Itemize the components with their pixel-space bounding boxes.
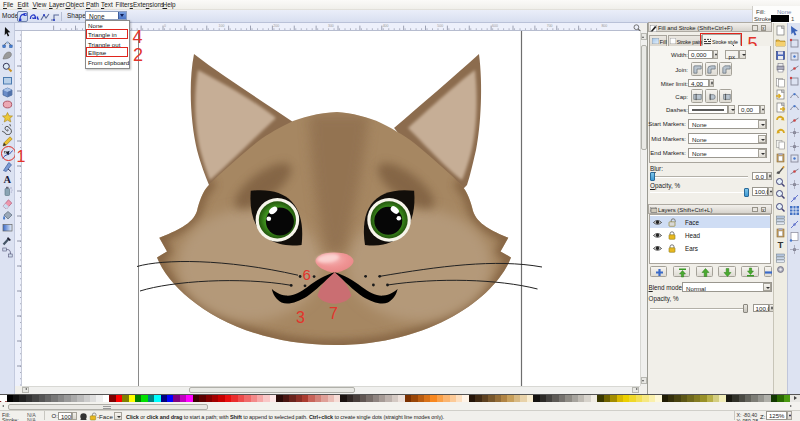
svg-text:T: T <box>777 239 783 250</box>
svg-text:A: A <box>4 174 12 185</box>
svg-text:500: 500 <box>437 24 443 28</box>
svg-text:0: 0 <box>164 24 166 28</box>
svg-text:800: 800 <box>601 24 607 28</box>
svg-text:700: 700 <box>547 24 553 28</box>
svg-text:100: 100 <box>219 24 225 28</box>
svg-text:300: 300 <box>328 24 334 28</box>
svg-text:600: 600 <box>492 24 498 28</box>
svg-text:200: 200 <box>273 24 279 28</box>
svg-text:400: 400 <box>383 24 389 28</box>
